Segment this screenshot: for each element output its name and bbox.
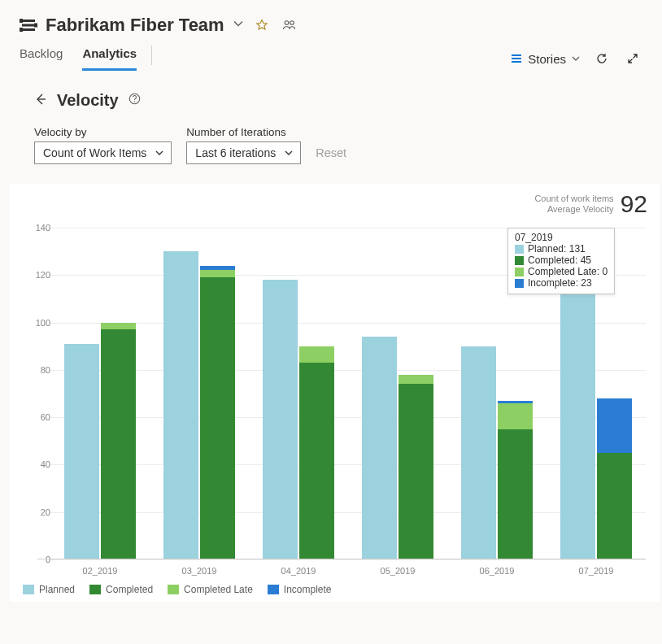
page-title: Velocity [57,91,119,110]
velocity-chart: Count of work items Average Velocity 92 … [10,184,660,602]
tooltip-planned: Planned: 131 [528,243,586,255]
legend-late: Completed Late [184,584,253,595]
bar-group[interactable] [263,280,334,559]
actual-bar[interactable] [597,398,632,559]
svg-rect-10 [512,61,521,63]
x-tick: 06_2019 [480,566,515,576]
reset-button[interactable]: Reset [316,146,346,164]
y-tick: 120 [34,270,50,280]
svg-rect-1 [22,24,35,27]
tooltip-incomplete: Incomplete: 23 [528,277,592,289]
tabs-divider [151,46,152,65]
help-icon[interactable] [128,93,141,108]
completed-swatch-icon [89,585,101,594]
team-dropdown-chevron-icon[interactable] [233,18,244,33]
chevron-down-icon [284,148,294,158]
y-tick: 140 [34,223,50,233]
actual-bar[interactable] [101,323,136,559]
fullscreen-icon[interactable] [623,49,642,68]
chart-legend: Planned Completed Completed Late Incompl… [23,584,652,595]
bar-group[interactable] [560,249,632,559]
late-swatch-icon [168,585,179,594]
svg-point-6 [285,21,289,25]
team-icon [20,16,37,34]
svg-rect-3 [20,19,23,23]
legend-planned: Planned [39,584,75,595]
x-tick: 04_2019 [281,566,316,576]
velocity-by-value: Count of Work Items [43,146,146,159]
y-tick: 60 [34,412,50,422]
x-tick: 05_2019 [381,566,416,576]
velocity-by-select[interactable]: Count of Work Items [34,141,172,164]
team-members-icon[interactable] [280,15,299,35]
planned-swatch-icon [23,585,34,594]
x-tick: 07_2019 [579,566,614,576]
bar-group[interactable] [163,251,235,559]
summary-line1: Count of work items [534,194,613,204]
planned-bar[interactable] [163,251,198,559]
summary-block: Count of work items Average Velocity 92 [534,190,647,218]
chart-tooltip: 07_2019 Planned: 131 Completed: 45 Compl… [507,228,615,294]
back-arrow-icon[interactable] [34,93,47,109]
svg-rect-0 [22,20,35,22]
stories-icon [510,52,523,65]
svg-point-12 [133,101,134,102]
planned-bar[interactable] [461,346,496,559]
team-name[interactable]: Fabrikam Fiber Team [46,15,224,36]
svg-rect-9 [512,58,521,59]
summary-line2: Average Velocity [534,204,613,215]
bar-group[interactable] [362,337,433,559]
svg-rect-8 [512,54,521,56]
completed-swatch-icon [515,256,524,265]
incomplete-swatch-icon [268,585,279,594]
bar-group[interactable] [64,323,136,559]
planned-bar[interactable] [560,249,595,559]
iterations-label: Number of Iterations [186,126,301,138]
bar-group[interactable] [461,346,533,559]
stories-label: Stories [528,52,566,66]
stories-dropdown[interactable]: Stories [510,52,581,66]
y-tick: 40 [34,459,50,469]
incomplete-swatch-icon [515,279,524,288]
actual-bar[interactable] [399,375,433,559]
iterations-select[interactable]: Last 6 iterations [186,141,301,164]
favorite-star-icon[interactable] [252,15,272,35]
y-tick: 100 [34,318,50,328]
tooltip-late: Completed Late: 0 [528,266,608,277]
velocity-by-label: Velocity by [34,126,172,138]
svg-rect-4 [34,24,37,28]
svg-rect-2 [22,28,35,31]
svg-rect-5 [20,28,23,32]
planned-bar[interactable] [362,337,397,559]
tooltip-completed: Completed: 45 [528,255,591,266]
x-tick: 03_2019 [182,566,217,576]
y-tick: 0 [34,555,50,564]
actual-bar[interactable] [498,401,533,559]
legend-completed: Completed [106,584,153,595]
summary-value: 92 [621,190,647,218]
x-tick: 02_2019 [83,566,118,576]
y-tick: 80 [34,365,50,375]
planned-bar[interactable] [64,344,99,559]
view-tabs: Backlog Analytics [20,46,137,71]
svg-point-7 [290,21,294,25]
tab-analytics[interactable]: Analytics [82,46,137,71]
planned-bar[interactable] [263,280,298,559]
actual-bar[interactable] [299,346,334,559]
actual-bar[interactable] [200,266,235,559]
refresh-icon[interactable] [592,49,612,68]
planned-swatch-icon [515,245,524,254]
legend-incomplete: Incomplete [284,584,332,595]
late-swatch-icon [515,268,524,276]
iterations-value: Last 6 iterations [195,146,276,159]
chevron-down-icon [571,54,581,63]
chevron-down-icon [155,148,164,158]
tooltip-title: 07_2019 [515,232,608,243]
y-tick: 20 [34,507,50,517]
tab-backlog[interactable]: Backlog [20,46,63,71]
